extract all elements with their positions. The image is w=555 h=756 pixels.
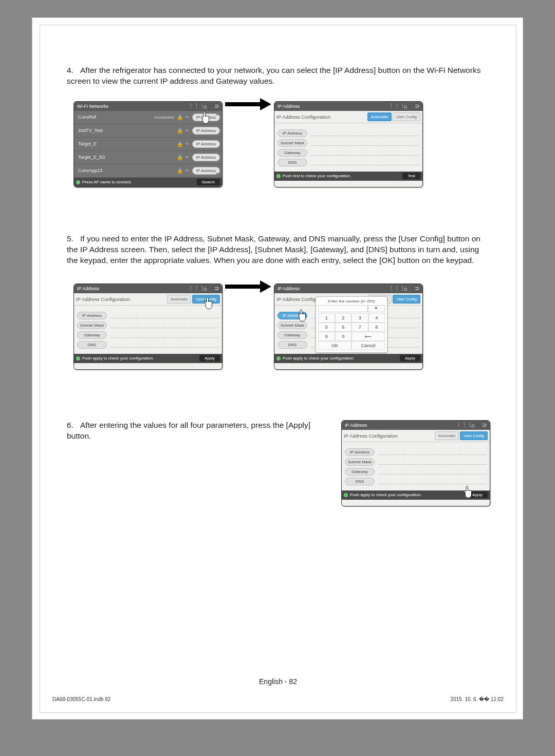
- keypad-key-4[interactable]: 4: [368, 313, 385, 323]
- config-row-dns: DNS...: [345, 478, 487, 485]
- ip-footer-msg-1: Push test to check your configuration.: [283, 174, 402, 178]
- config-label-button[interactable]: DNS: [345, 478, 375, 485]
- menu-icon[interactable]: ⋮⋮⋮: [188, 103, 199, 109]
- page-footer: English - 82: [40, 677, 516, 686]
- config-label-button[interactable]: Gateway: [77, 331, 107, 339]
- step4-paragraph: 4.After the refrigerator has connected t…: [67, 65, 490, 87]
- config-input[interactable]: ...: [110, 332, 219, 338]
- config-input[interactable]: ...: [378, 468, 487, 475]
- config-input[interactable]: ...: [310, 130, 419, 136]
- tab-automatic-2[interactable]: Automatic: [167, 295, 191, 304]
- config-input[interactable]: ...: [310, 149, 419, 156]
- step6-row: 6.After entering the values for all four…: [67, 420, 490, 506]
- wifi-row-3[interactable]: Target_E_5G🔒⌔IP Address: [74, 151, 222, 164]
- home-icon[interactable]: ⌂: [467, 422, 478, 428]
- home-icon[interactable]: ⌂: [199, 103, 211, 109]
- test-button[interactable]: Test: [402, 173, 420, 179]
- wifi-name: ConvRef: [76, 115, 154, 120]
- back-icon[interactable]: ⊃: [411, 285, 422, 292]
- config-label-button[interactable]: IP Address: [278, 129, 307, 137]
- back-icon[interactable]: ⊃: [478, 422, 490, 428]
- config-label-button[interactable]: DNS: [77, 341, 107, 349]
- config-row-ip-address: IP Address...: [345, 448, 487, 456]
- cursor-hand-icon: [199, 111, 215, 125]
- ip-subhead-label-4: IP Address Configuration: [344, 433, 434, 439]
- back-icon[interactable]: ⊃: [211, 285, 222, 292]
- ip-topbar-2: IP Address ⋮⋮⋮ ⌂ ⊃: [74, 284, 222, 293]
- footer-left: DA68-03055C-01.indb 82: [52, 696, 110, 702]
- scroll-down-icon[interactable]: ⌄: [215, 169, 219, 176]
- config-label-button[interactable]: DNS: [278, 159, 307, 166]
- config-input[interactable]: ...: [110, 342, 219, 348]
- menu-icon[interactable]: ⋮⋮⋮: [188, 285, 199, 292]
- tab-userconfig-3[interactable]: User Config: [393, 295, 420, 304]
- ip-subhead-4: IP Address Configuration Automatic User …: [342, 430, 490, 442]
- config-label-button[interactable]: Gateway: [345, 468, 375, 476]
- menu-icon[interactable]: ⋮⋮⋮: [456, 422, 467, 428]
- config-label-button[interactable]: IP Address: [77, 312, 107, 319]
- wifi-name: Target_E_5G: [76, 155, 176, 160]
- keypad-key-8[interactable]: 8: [368, 323, 385, 332]
- wifi-row-4[interactable]: ConvApp13🔒⌔IP Address: [74, 164, 222, 178]
- config-label-button[interactable]: Subnet Mask: [278, 139, 307, 147]
- keypad-cancel-button[interactable]: Cancel: [351, 341, 385, 350]
- config-input[interactable]: ...: [310, 140, 419, 146]
- config-row-gateway: Gateway...: [278, 149, 419, 157]
- config-input[interactable]: ...: [378, 449, 487, 455]
- keypad-key-0[interactable]: 0: [335, 332, 352, 341]
- keypad-key-5[interactable]: 5: [318, 323, 335, 332]
- back-icon[interactable]: ⊃: [411, 103, 422, 109]
- wifi-signal-icon: ⌔: [183, 141, 191, 147]
- config-label-button[interactable]: DNS: [278, 341, 307, 349]
- wifi-row-1[interactable]: 2ndTV_Test🔒⌔IP Address: [74, 124, 222, 138]
- back-icon[interactable]: ⊃: [211, 103, 222, 109]
- tab-userconfig-4[interactable]: User Config: [460, 431, 488, 440]
- config-label-button[interactable]: Subnet Mask: [77, 322, 107, 329]
- step4-text: After the refrigerator has connected to …: [67, 66, 480, 85]
- apply-button[interactable]: Apply: [199, 355, 220, 362]
- ip-footer-msg-3: Push apply to check your configuration.: [283, 356, 400, 361]
- apply-button[interactable]: Apply: [400, 355, 420, 362]
- config-label-button[interactable]: Subnet Mask: [345, 458, 375, 466]
- keypad-clear[interactable]: ✕: [368, 305, 385, 312]
- wifi-signal-icon: ⌔: [183, 128, 191, 134]
- config-row-subnet-mask: Subnet Mask...: [77, 322, 219, 329]
- arrow-1: [223, 101, 274, 107]
- ip-config-body-1: IP Address...Subnet Mask...Gateway...DNS…: [274, 123, 422, 172]
- keypad-key-2[interactable]: 2: [335, 313, 352, 323]
- keypad-title: Enter the number (0~255): [318, 299, 385, 304]
- search-button[interactable]: Search: [197, 179, 220, 185]
- config-input[interactable]: ...: [378, 459, 487, 465]
- home-icon[interactable]: ⌂: [400, 286, 411, 292]
- config-row-subnet-mask: Subnet Mask...: [278, 139, 419, 147]
- keypad-key-3[interactable]: 3: [351, 313, 368, 323]
- tab-userconfig-1[interactable]: User Config: [393, 112, 420, 121]
- keypad-key-9[interactable]: 9: [318, 332, 335, 341]
- keypad-backspace[interactable]: ⟵: [351, 332, 385, 341]
- config-label-button[interactable]: IP Address: [345, 448, 375, 456]
- config-row-gateway: Gateway...: [77, 331, 219, 339]
- config-label-button[interactable]: Gateway: [278, 149, 307, 157]
- config-input[interactable]: ...: [310, 159, 419, 165]
- menu-icon[interactable]: ⋮⋮⋮: [388, 285, 400, 292]
- keypad-ok-button[interactable]: OK: [318, 341, 351, 350]
- config-input[interactable]: ...: [110, 312, 219, 318]
- home-icon[interactable]: ⌂: [199, 286, 211, 292]
- wifi-signal-icon: ⌔: [183, 115, 191, 120]
- menu-icon[interactable]: ⋮⋮⋮: [388, 103, 400, 109]
- config-input[interactable]: ...: [110, 322, 219, 328]
- tab-automatic-1[interactable]: Automatic: [367, 112, 392, 121]
- ip-title-4: IP Address: [342, 423, 456, 428]
- keypad-key-7[interactable]: 7: [351, 323, 368, 332]
- keypad-display: [318, 305, 368, 312]
- keypad-key-6[interactable]: 6: [335, 323, 352, 332]
- tab-automatic-4[interactable]: Automatic: [435, 431, 459, 440]
- ip-topbar-3: IP Address ⋮⋮⋮ ⌂ ⊃: [274, 284, 422, 293]
- lock-icon: 🔒: [176, 115, 183, 120]
- config-label-button[interactable]: Gateway: [278, 331, 307, 339]
- home-icon[interactable]: ⌂: [400, 103, 411, 109]
- wifi-row-2[interactable]: Target_E🔒⌔IP Address: [74, 138, 222, 151]
- scroll-up-icon[interactable]: ⌃: [215, 113, 219, 120]
- keypad-key-1[interactable]: 1: [318, 313, 335, 323]
- config-input[interactable]: ...: [378, 478, 487, 484]
